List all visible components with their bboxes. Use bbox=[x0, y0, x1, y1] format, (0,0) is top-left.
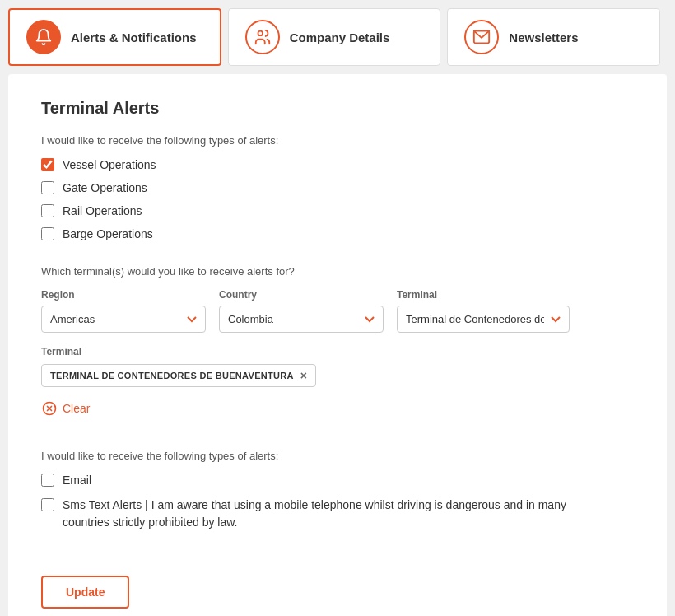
tag-remove-button[interactable]: × bbox=[300, 370, 307, 381]
main-content: Terminal Alerts I would like to receive … bbox=[8, 74, 667, 616]
mail-icon bbox=[472, 28, 491, 46]
gate-label: Gate Operations bbox=[63, 181, 147, 194]
tab-bar: Alerts & Notifications Company Details N… bbox=[0, 0, 675, 66]
terminal-tag: TERMINAL DE CONTENEDORES DE BUENAVENTURA… bbox=[41, 364, 316, 387]
barge-label: Barge Operations bbox=[63, 227, 153, 240]
people-icon bbox=[254, 28, 272, 46]
bell-icon bbox=[35, 28, 53, 46]
alert-type-barge[interactable]: Barge Operations bbox=[41, 227, 634, 240]
region-group: Region Americas Europe Asia Middle East … bbox=[41, 289, 206, 333]
country-select[interactable]: Colombia Brazil USA Mexico Argentina bbox=[219, 306, 384, 333]
dropdowns-row: Region Americas Europe Asia Middle East … bbox=[41, 289, 634, 333]
terminal-question: Which terminal(s) would you like to rece… bbox=[41, 265, 634, 278]
alert-type-gate[interactable]: Gate Operations bbox=[41, 181, 634, 194]
sms-checkbox[interactable] bbox=[41, 498, 54, 511]
terminal-dropdown-group: Terminal Terminal de Contenedores de... … bbox=[397, 289, 570, 333]
terminal-dropdown-label: Terminal bbox=[397, 289, 570, 301]
clear-icon bbox=[41, 400, 58, 417]
region-label: Region bbox=[41, 289, 206, 301]
terminal-tag-text: TERMINAL DE CONTENEDORES DE BUENAVENTURA bbox=[50, 371, 294, 380]
clear-label: Clear bbox=[63, 402, 90, 415]
alerts-instruction: I would like to receive the following ty… bbox=[41, 134, 634, 147]
section-title: Terminal Alerts bbox=[41, 99, 634, 118]
tab-newsletters[interactable]: Newsletters bbox=[447, 8, 660, 66]
clear-button[interactable]: Clear bbox=[41, 400, 90, 417]
sms-label: Sms Text Alerts | I am aware that using … bbox=[63, 497, 589, 531]
notify-types-group: Email Sms Text Alerts | I am aware that … bbox=[41, 474, 634, 531]
notify-instruction: I would like to receive the following ty… bbox=[41, 450, 634, 462]
rail-label: Rail Operations bbox=[63, 204, 142, 217]
terminal-tag-label: Terminal bbox=[41, 346, 634, 357]
notify-email[interactable]: Email bbox=[41, 474, 634, 487]
update-button[interactable]: Update bbox=[41, 576, 129, 609]
alert-types-group: Vessel Operations Gate Operations Rail O… bbox=[41, 158, 634, 240]
mail-icon-wrapper bbox=[464, 20, 499, 54]
region-select[interactable]: Americas Europe Asia Middle East Africa bbox=[41, 306, 206, 333]
tab-newsletters-label: Newsletters bbox=[509, 30, 578, 44]
barge-checkbox[interactable] bbox=[41, 227, 54, 240]
alert-type-rail[interactable]: Rail Operations bbox=[41, 204, 634, 217]
country-label: Country bbox=[219, 289, 384, 301]
people-icon-wrapper bbox=[245, 20, 280, 54]
tab-alerts[interactable]: Alerts & Notifications bbox=[8, 8, 221, 66]
country-group: Country Colombia Brazil USA Mexico Argen… bbox=[219, 289, 384, 333]
notify-section: I would like to receive the following ty… bbox=[41, 450, 634, 531]
vessel-checkbox[interactable] bbox=[41, 158, 54, 171]
tab-alerts-label: Alerts & Notifications bbox=[71, 30, 197, 44]
email-checkbox[interactable] bbox=[41, 474, 54, 487]
tab-company-label: Company Details bbox=[290, 30, 390, 44]
vessel-label: Vessel Operations bbox=[63, 158, 156, 171]
tab-company[interactable]: Company Details bbox=[228, 8, 441, 66]
gate-checkbox[interactable] bbox=[41, 181, 54, 194]
email-label: Email bbox=[63, 474, 91, 487]
terminal-select[interactable]: Terminal de Contenedores de... Other Ter… bbox=[397, 306, 570, 333]
notify-sms[interactable]: Sms Text Alerts | I am aware that using … bbox=[41, 497, 634, 531]
alert-type-vessel[interactable]: Vessel Operations bbox=[41, 158, 634, 171]
bell-icon-wrapper bbox=[26, 20, 61, 54]
terminal-tags-section: Terminal TERMINAL DE CONTENEDORES DE BUE… bbox=[41, 346, 634, 387]
svg-point-0 bbox=[258, 31, 263, 36]
rail-checkbox[interactable] bbox=[41, 204, 54, 217]
